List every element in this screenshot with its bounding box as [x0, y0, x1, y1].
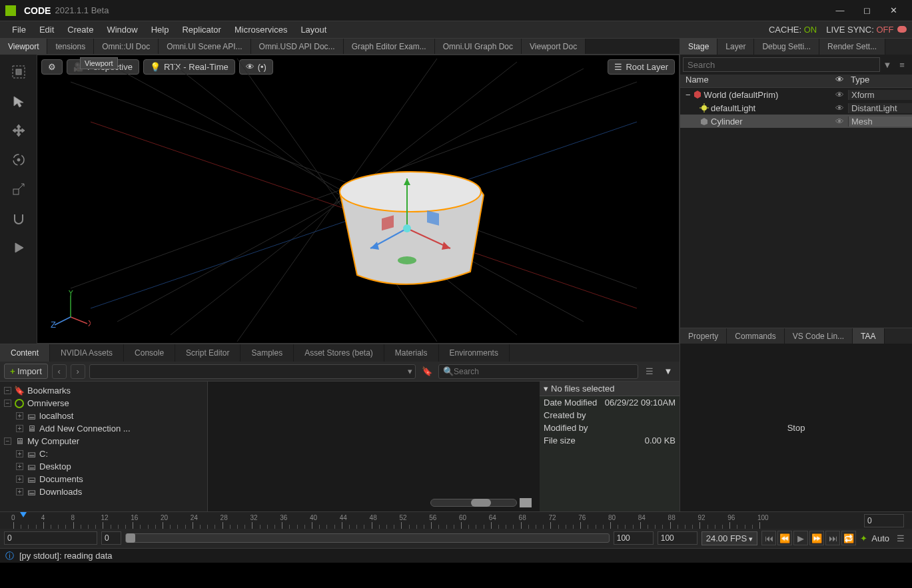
- expand-icon[interactable]: +: [16, 425, 23, 432]
- auto-key-button[interactable]: Auto: [871, 533, 889, 543]
- tree-item[interactable]: +🖴Desktop: [3, 460, 205, 473]
- stage-row[interactable]: defaultLight👁DistantLight: [680, 101, 912, 115]
- timeline-slider[interactable]: [125, 533, 610, 543]
- menu-window[interactable]: Window: [100, 23, 144, 37]
- window-close-button[interactable]: ✕: [880, 0, 907, 21]
- stage-col-name[interactable]: Name: [680, 75, 831, 87]
- tab-render-settings[interactable]: Render Sett...: [819, 39, 885, 55]
- play-button[interactable]: ▶: [793, 531, 808, 545]
- expand-icon[interactable]: +: [16, 463, 23, 470]
- tab-viewport-doc[interactable]: Viewport Doc: [522, 39, 586, 54]
- axis-gizmo[interactable]: X Y Z: [51, 290, 91, 332]
- view-options-button[interactable]: ☰: [642, 364, 657, 379]
- stage-search-input[interactable]: [683, 57, 880, 72]
- tree-item[interactable]: +🖴Documents: [3, 473, 205, 485]
- tool-rotate-button[interactable]: [5, 148, 32, 172]
- tree-item[interactable]: +🖴C:: [3, 447, 205, 460]
- tool-scale-button[interactable]: [5, 177, 32, 201]
- path-input[interactable]: ▾: [89, 364, 416, 379]
- tab-omni-usd-api[interactable]: Omni.USD API Doc...: [251, 39, 344, 54]
- keyframe-icon[interactable]: ✦: [860, 533, 867, 543]
- tab-commands[interactable]: Commands: [727, 328, 784, 344]
- menu-file[interactable]: File: [5, 23, 33, 37]
- menu-edit[interactable]: Edit: [33, 23, 61, 37]
- menu-create[interactable]: Create: [61, 23, 100, 37]
- stage-col-type[interactable]: Type: [848, 75, 912, 87]
- tab-console[interactable]: Console: [124, 344, 175, 362]
- nav-forward-button[interactable]: ›: [71, 364, 85, 379]
- timeline-ruler[interactable]: 0481216202428323640444852566064687276808…: [0, 512, 912, 529]
- timeline-out-input[interactable]: [614, 531, 654, 545]
- menu-help[interactable]: Help: [145, 23, 176, 37]
- expand-icon[interactable]: +: [16, 412, 23, 420]
- stage-row[interactable]: Cylinder👁Mesh: [680, 115, 912, 128]
- content-search-input[interactable]: [454, 367, 634, 376]
- tree-item[interactable]: −Omniverse: [3, 397, 205, 410]
- expand-icon[interactable]: −: [685, 90, 691, 100]
- expand-icon[interactable]: +: [16, 450, 23, 457]
- tab-extensions[interactable]: tensions: [47, 39, 94, 54]
- visibility-toggle[interactable]: 👁: [831, 90, 848, 100]
- visibility-toggle[interactable]: 👁: [831, 117, 848, 127]
- chevron-down-icon[interactable]: ▾: [544, 384, 548, 394]
- loop-button[interactable]: 🔁: [841, 531, 856, 545]
- step-back-button[interactable]: ⏪: [777, 531, 792, 545]
- playhead-icon[interactable]: [20, 512, 27, 517]
- import-button[interactable]: + Import: [4, 364, 48, 379]
- timeline-end-input[interactable]: [658, 531, 697, 545]
- tool-select-button[interactable]: [5, 89, 32, 113]
- tree-item[interactable]: +🖥Add New Connection ...: [3, 422, 205, 435]
- expand-icon[interactable]: −: [4, 387, 11, 394]
- tab-layer[interactable]: Layer: [717, 39, 754, 55]
- expand-icon[interactable]: +: [16, 475, 23, 483]
- menu-layout[interactable]: Layout: [294, 23, 333, 37]
- tab-script-editor[interactable]: Script Editor: [175, 344, 240, 362]
- tab-materials[interactable]: Materials: [384, 344, 439, 362]
- expand-icon[interactable]: +: [16, 488, 23, 495]
- tab-omni-ui-doc[interactable]: Omni::UI Doc: [94, 39, 159, 54]
- tab-environments[interactable]: Environments: [439, 344, 510, 362]
- tree-item[interactable]: +🖴Downloads: [3, 485, 205, 498]
- tree-item[interactable]: −🔖Bookmarks: [3, 384, 205, 397]
- tab-omni-ui-scene[interactable]: Omni.UI Scene API...: [159, 39, 250, 54]
- grid-view-icon[interactable]: [520, 498, 532, 507]
- tab-property[interactable]: Property: [680, 328, 727, 344]
- stage-row[interactable]: −World (defaultPrim)👁Xform: [680, 88, 912, 101]
- tab-viewport[interactable]: Viewport: [0, 39, 47, 54]
- timeline-in-input[interactable]: [101, 531, 121, 545]
- timeline-start-input[interactable]: [4, 531, 97, 545]
- tab-vscode-link[interactable]: VS Code Lin...: [785, 328, 853, 344]
- current-frame-input[interactable]: [864, 514, 904, 527]
- window-maximize-button[interactable]: ◻: [853, 0, 880, 21]
- tab-samples[interactable]: Samples: [240, 344, 294, 362]
- step-forward-button[interactable]: ⏩: [809, 531, 824, 545]
- tab-stage[interactable]: Stage: [680, 39, 717, 55]
- filter-button[interactable]: ▼: [661, 364, 676, 379]
- tree-item[interactable]: −🖥My Computer: [3, 435, 205, 447]
- content-search-box[interactable]: 🔍: [438, 364, 638, 379]
- timeline-options-button[interactable]: ☰: [893, 531, 908, 545]
- goto-start-button[interactable]: ⏮: [761, 531, 776, 545]
- tab-nvidia-assets[interactable]: NVIDIA Assets: [50, 344, 124, 362]
- menu-replicator[interactable]: Replicator: [175, 23, 228, 37]
- goto-end-button[interactable]: ⏭: [825, 531, 840, 545]
- thumbnail-zoom-slider[interactable]: [430, 498, 532, 507]
- menu-microservices[interactable]: Microservices: [228, 23, 294, 37]
- tree-item[interactable]: +🖴localhost: [3, 410, 205, 422]
- bookmark-button[interactable]: 🔖: [420, 364, 434, 379]
- tab-graph-editor[interactable]: Graph Editor Exam...: [344, 39, 435, 54]
- tab-debug-settings[interactable]: Debug Setti...: [754, 39, 819, 55]
- tool-play-button[interactable]: [5, 236, 32, 260]
- expand-icon[interactable]: −: [4, 438, 11, 445]
- visibility-toggle[interactable]: 👁: [831, 103, 848, 113]
- tool-snap-button[interactable]: [5, 206, 32, 230]
- tab-content[interactable]: Content: [0, 344, 50, 362]
- stage-options-button[interactable]: ≡: [895, 57, 909, 72]
- tool-frame-button[interactable]: [5, 60, 32, 84]
- nav-back-button[interactable]: ‹: [52, 364, 67, 379]
- tab-taa[interactable]: TAA: [853, 328, 884, 344]
- stop-button[interactable]: Stop: [787, 423, 805, 433]
- tab-asset-stores[interactable]: Asset Stores (beta): [294, 344, 384, 362]
- window-minimize-button[interactable]: —: [827, 0, 853, 21]
- tab-omni-ui-graph[interactable]: Omni.UI Graph Doc: [435, 39, 522, 54]
